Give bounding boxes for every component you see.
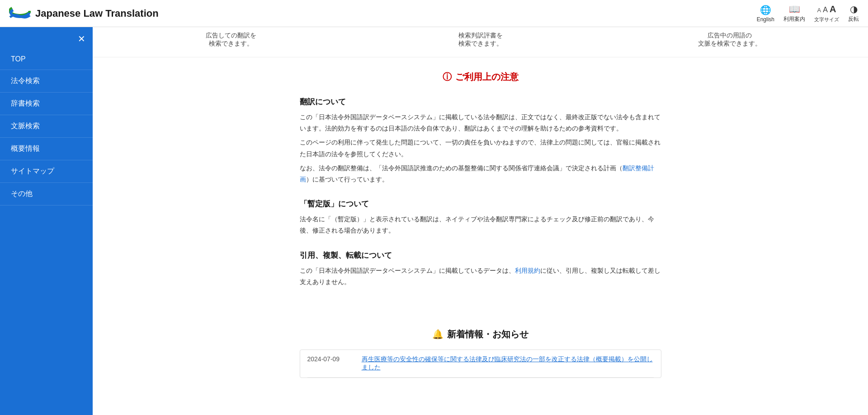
news-date: 2024-07-09 (307, 355, 353, 372)
citation-block: 引用、複製、転載について この「日本法令外国語訳データベースシステム」に掲載して… (300, 250, 661, 288)
banner-col3-text2: 文脈を検索できます。 (612, 40, 848, 48)
english-label: English (757, 16, 774, 23)
translation-para1: この「日本法令外国語訳データベースシステム」に掲載している法令翻訳は、正文ではな… (300, 112, 661, 134)
citation-para-prefix: この「日本法令外国語訳データベースシステム」に掲載しているデータは、 (300, 267, 515, 274)
notice-title-text: ご利用上の注意 (455, 71, 519, 83)
banner-col-1: 広告しての翻訳を 検索できます。 (106, 32, 356, 48)
contrast-icon: ◑ (850, 4, 858, 14)
provisional-para: 法令名に「（暫定版）」と表示されている翻訳は、ネイティブや法令翻訳専門家によるチ… (300, 214, 661, 236)
header: Japanese Law Translation 🌐 English 📖 利用案… (0, 0, 868, 27)
banner-col2-text2: 検索できます。 (363, 40, 599, 48)
font-size-large-button[interactable]: A (830, 4, 836, 14)
main-content: 広告しての翻訳を 検索できます。 検索判訳評書を 検索できます。 広告中の用語の… (93, 27, 868, 415)
notice-section: ⓘ ご利用上の注意 翻訳について この「日本法令外国語訳データベースシステム」に… (277, 57, 684, 319)
layout: ✕ TOP 法令検索 辞書検索 文脈検索 概要情報 サイトマップ その他 広告し… (0, 27, 868, 415)
contrast-label: 反転 (848, 15, 859, 23)
sidebar-item-dict-search[interactable]: 辞書検索 (0, 93, 93, 115)
sidebar: ✕ TOP 法令検索 辞書検索 文脈検索 概要情報 サイトマップ その他 (0, 27, 93, 415)
site-title: Japanese Law Translation (35, 8, 159, 19)
sidebar-item-context-search[interactable]: 文脈検索 (0, 115, 93, 138)
logo-icon (9, 5, 31, 23)
provisional-heading: 「暫定版」について (300, 199, 661, 209)
citation-para: この「日本法令外国語訳データベースシステム」に掲載しているデータは、利用規約に従… (300, 265, 661, 288)
banner-col1-text1: 広告しての翻訳を (113, 32, 349, 40)
news-title: 🔔 新着情報・お知らせ (300, 328, 661, 340)
translation-para3: なお、法令の翻訳整備は、「法令外国語訳推進のための基盤整備に関する関係省庁連絡会… (300, 163, 661, 185)
globe-icon: 🌐 (760, 5, 771, 15)
sidebar-item-sitemap[interactable]: サイトマップ (0, 160, 93, 183)
news-icon: 🔔 (432, 329, 443, 340)
header-controls: 🌐 English 📖 利用案内 A A A 文字サイズ ◑ 反転 (757, 4, 859, 23)
font-size-label: 文字サイズ (814, 16, 839, 23)
news-item: 2024-07-09 再生医療等の安全性の確保等に関する法律及び臨床研究法の一部… (307, 350, 654, 378)
sidebar-item-other[interactable]: その他 (0, 183, 93, 205)
language-selector[interactable]: 🌐 English (757, 5, 774, 23)
banner-col3-text1: 広告中の用語の (612, 32, 848, 40)
book-icon: 📖 (789, 4, 800, 14)
contrast-button[interactable]: ◑ 反転 (848, 4, 859, 23)
guide-label: 利用案内 (783, 15, 805, 23)
banner-col-2: 検索判訳評書を 検索できます。 (356, 32, 605, 48)
banner-col-3: 広告中の用語の 文脈を検索できます。 (605, 32, 854, 48)
sidebar-item-law-search[interactable]: 法令検索 (0, 70, 93, 93)
provisional-block: 「暫定版」について 法令名に「（暫定版）」と表示されている翻訳は、ネイティブや法… (300, 199, 661, 236)
translation-para2: このページの利用に伴って発生した問題について、一切の責任を負いかねますので、法律… (300, 137, 661, 159)
terms-link[interactable]: 利用規約 (515, 267, 540, 274)
translation-para3-prefix: なお、法令の翻訳整備は、「法令外国語訳推進のための基盤整備に関する関係省庁連絡会… (300, 164, 623, 172)
citation-heading: 引用、複製、転載について (300, 250, 661, 261)
notice-icon: ⓘ (443, 71, 452, 83)
notice-title: ⓘ ご利用上の注意 (300, 71, 661, 83)
banner-col2-text1: 検索判訳評書を (363, 32, 599, 40)
font-size-medium-button[interactable]: A (823, 6, 828, 14)
sidebar-close-button[interactable]: ✕ (0, 32, 93, 49)
sidebar-item-top[interactable]: TOP (0, 49, 93, 70)
logo-area: Japanese Law Translation (9, 5, 159, 23)
top-banner: 広告しての翻訳を 検索できます。 検索判訳評書を 検索できます。 広告中の用語の… (93, 27, 868, 57)
news-link[interactable]: 再生医療等の安全性の確保等に関する法律及び臨床研究法の一部を改正する法律（概要掲… (362, 355, 654, 372)
news-section: 🔔 新着情報・お知らせ 2024-07-09 再生医療等の安全性の確保等に関する… (277, 319, 684, 387)
banner-col1-text2: 検索できます。 (113, 40, 349, 48)
sidebar-item-about[interactable]: 概要情報 (0, 138, 93, 160)
translation-block: 翻訳について この「日本法令外国語訳データベースシステム」に掲載している法令翻訳… (300, 97, 661, 185)
font-size-control: A A A 文字サイズ (814, 4, 839, 23)
font-size-icon: A (817, 7, 821, 14)
translation-heading: 翻訳について (300, 97, 661, 107)
translation-para3-suffix: ）に基づいて行っています。 (306, 176, 388, 183)
news-title-text: 新着情報・お知らせ (447, 328, 528, 340)
guide-button[interactable]: 📖 利用案内 (783, 4, 805, 23)
